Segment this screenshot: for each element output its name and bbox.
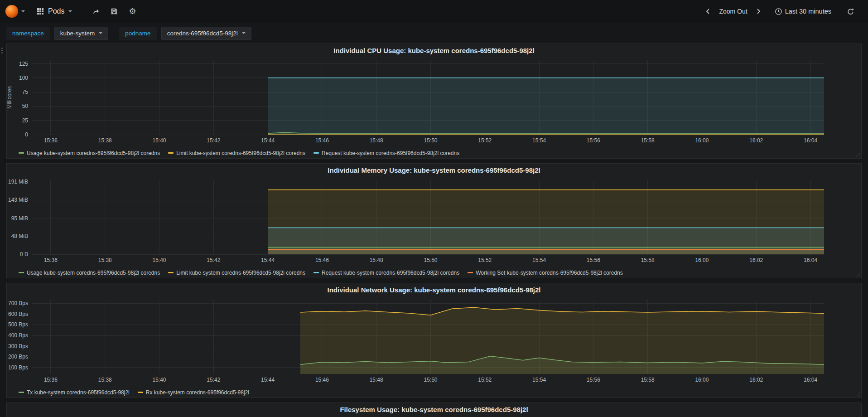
panel-title[interactable]: Individual Memory Usage: kube-system cor… — [7, 164, 861, 177]
panel-title[interactable]: Individual CPU Usage: kube-system coredn… — [7, 44, 861, 58]
y-tick-label: 0 B — [20, 251, 28, 257]
x-tick-label: 15:56 — [587, 377, 600, 383]
x-tick-label: 15:44 — [261, 137, 275, 144]
x-tick-label: 15:46 — [315, 137, 329, 144]
legend-series-icon — [19, 272, 24, 273]
variable-podname-dropdown[interactable]: coredns-695f96dcd5-98j2l — [161, 27, 251, 40]
y-tick-label: 400 Bps — [8, 332, 28, 339]
x-tick-label: 15:56 — [587, 257, 600, 263]
legend-item[interactable]: Usage kube-system coredns-695f96dcd5-98j… — [19, 150, 160, 156]
series-fill — [268, 250, 824, 255]
x-tick-label: 15:44 — [261, 257, 275, 263]
dashboard-title: Pods — [48, 7, 64, 15]
dashboard-panel: Filesystem Usage: kube-system coredns-69… — [6, 402, 862, 417]
legend-item[interactable]: Usage kube-system coredns-695f96dcd5-98j… — [19, 270, 160, 276]
y-tick-label: 700 Bps — [8, 300, 28, 306]
top-navbar: Pods ⚙ Zoom Out — [0, 0, 868, 23]
y-tick-label: 25 — [22, 117, 29, 124]
variable-podname-label: podname — [119, 27, 156, 40]
chart-legend: Usage kube-system coredns-695f96dcd5-98j… — [7, 146, 861, 158]
chevron-down-icon — [21, 10, 25, 12]
x-tick-label: 16:04 — [804, 377, 817, 383]
time-range-picker-button[interactable]: Last 30 minutes — [771, 5, 835, 18]
variable-namespace-label: namespace — [6, 27, 50, 40]
x-tick-label: 15:38 — [98, 137, 112, 144]
x-tick-label: 15:44 — [261, 377, 275, 383]
chart-legend: Tx kube-system coredns-695f96dcd5-98j2lR… — [7, 386, 861, 398]
y-tick-label: 50 — [22, 103, 29, 109]
y-tick-label: 0 — [25, 131, 28, 138]
x-tick-label: 16:04 — [804, 137, 817, 144]
legend-series-label: Request kube-system coredns-695f96dcd5-9… — [322, 270, 459, 276]
legend-series-label: Limit kube-system coredns-695f96dcd5-98j… — [176, 150, 305, 156]
legend-series-icon — [313, 272, 319, 273]
dashboard-panel: Individual CPU Usage: kube-system coredn… — [6, 44, 862, 159]
x-tick-label: 15:54 — [532, 257, 546, 263]
x-tick-label: 16:02 — [749, 137, 763, 144]
x-tick-label: 16:02 — [749, 377, 763, 383]
y-tick-label: 300 Bps — [8, 343, 28, 349]
legend-series-label: Working Set kube-system coredns-695f96dc… — [476, 270, 623, 276]
variable-namespace-value: kube-system — [60, 30, 95, 37]
gear-icon: ⚙ — [129, 8, 136, 15]
x-tick-label: 15:38 — [98, 257, 112, 263]
dashboard-settings-button[interactable]: ⚙ — [126, 6, 139, 17]
x-tick-label: 15:42 — [207, 257, 220, 263]
series-fill — [300, 307, 824, 374]
refresh-button[interactable] — [843, 5, 858, 18]
x-tick-label: 15:48 — [370, 137, 383, 144]
x-tick-label: 15:54 — [532, 377, 546, 383]
y-tick-label: 125 — [19, 61, 28, 67]
x-tick-label: 15:52 — [478, 257, 492, 263]
x-tick-label: 15:58 — [641, 137, 655, 144]
legend-item[interactable]: Limit kube-system coredns-695f96dcd5-98j… — [168, 150, 305, 156]
legend-series-icon — [19, 152, 24, 154]
x-tick-label: 15:50 — [424, 257, 437, 263]
legend-item[interactable]: Rx kube-system coredns-695f96dcd5-98j2l — [138, 389, 249, 396]
legend-item[interactable]: Limit kube-system coredns-695f96dcd5-98j… — [168, 270, 305, 276]
time-series-chart[interactable]: 0 B48 MiB95 MiB143 MiB191 MiB15:3615:381… — [7, 177, 860, 266]
zoom-out-button[interactable]: Zoom Out — [715, 5, 751, 18]
legend-series-icon — [19, 392, 24, 393]
panel-title[interactable]: Filesystem Usage: kube-system coredns-69… — [7, 403, 861, 417]
legend-item[interactable]: Request kube-system coredns-695f96dcd5-9… — [313, 270, 459, 276]
time-series-chart[interactable]: 100 Bps200 Bps300 Bps400 Bps500 Bps600 B… — [7, 297, 860, 386]
grafana-logo-button[interactable] — [5, 5, 25, 18]
y-tick-label: 48 MiB — [11, 233, 28, 239]
y-tick-label: 95 MiB — [11, 215, 28, 222]
save-dashboard-button[interactable] — [108, 6, 121, 17]
time-series-chart[interactable]: 025507510012515:3615:3815:4015:4215:4415… — [7, 58, 860, 146]
y-tick-label: 100 — [19, 75, 28, 81]
legend-series-icon — [168, 272, 174, 273]
legend-item[interactable]: Request kube-system coredns-695f96dcd5-9… — [313, 150, 459, 156]
panel-title[interactable]: Individual Network Usage: kube-system co… — [7, 283, 861, 297]
x-tick-label: 15:46 — [315, 257, 329, 263]
y-tick-label: 500 Bps — [8, 321, 28, 328]
variable-namespace-dropdown[interactable]: kube-system — [54, 27, 109, 40]
zoom-out-label: Zoom Out — [719, 8, 747, 15]
dashboard-panel: Individual Network Usage: kube-system co… — [6, 283, 862, 398]
y-tick-label: 100 Bps — [8, 364, 28, 371]
save-icon — [111, 8, 118, 15]
clock-icon — [775, 8, 782, 15]
row-drag-handle[interactable] — [1, 48, 5, 53]
chevron-down-icon — [242, 32, 246, 34]
share-dashboard-button[interactable] — [89, 6, 102, 17]
x-tick-label: 15:58 — [641, 257, 655, 263]
template-variables-bar: namespace kube-system podname coredns-69… — [0, 23, 868, 44]
grafana-logo-icon — [5, 5, 18, 18]
legend-series-icon — [468, 272, 473, 273]
variable-namespace: namespace kube-system — [6, 27, 108, 40]
legend-series-label: Request kube-system coredns-695f96dcd5-9… — [322, 150, 459, 156]
legend-item[interactable]: Tx kube-system coredns-695f96dcd5-98j2l — [19, 389, 130, 396]
x-tick-label: 15:52 — [478, 137, 492, 144]
legend-series-label: Rx kube-system coredns-695f96dcd5-98j2l — [146, 389, 249, 396]
time-shift-forward-button[interactable] — [753, 5, 765, 17]
legend-item[interactable]: Working Set kube-system coredns-695f96dc… — [468, 270, 623, 276]
dashboard-picker-button[interactable]: Pods — [33, 5, 76, 18]
legend-series-icon — [313, 152, 319, 154]
series-fill — [268, 78, 824, 135]
time-shift-back-button[interactable] — [702, 5, 714, 17]
x-tick-label: 15:56 — [587, 137, 600, 144]
share-icon — [92, 8, 100, 15]
